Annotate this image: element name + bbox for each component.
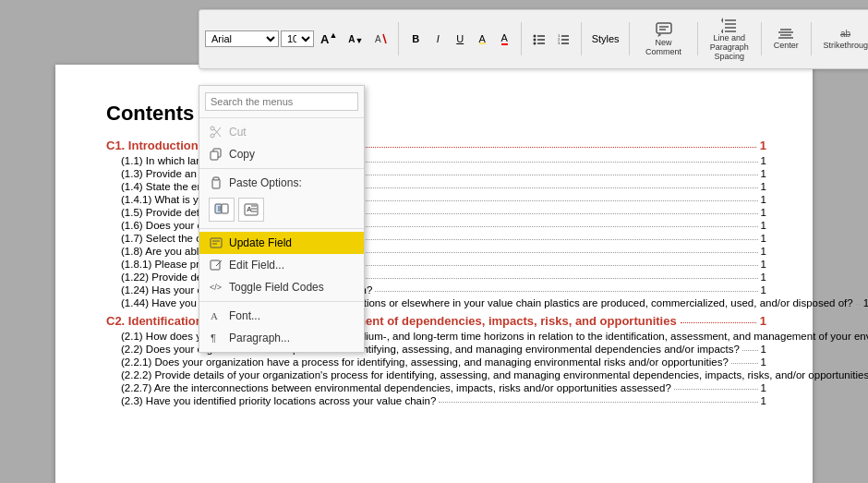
- paste-merge-format-button[interactable]: A: [238, 198, 264, 222]
- clear-format-button[interactable]: A: [369, 29, 392, 49]
- strikethrough-button[interactable]: ab Strikethrough: [817, 25, 868, 54]
- menu-divider: [199, 168, 364, 169]
- svg-marker-22: [721, 18, 723, 23]
- italic-button[interactable]: I: [428, 29, 448, 49]
- toc-page-num: 1: [761, 233, 766, 244]
- toc-page-num: 1: [761, 395, 766, 406]
- toc-item-text: (2.2.1) Does your organization have a pr…: [121, 356, 729, 368]
- toc-page-num: 1: [761, 382, 766, 393]
- paste-icons-row: A: [199, 194, 364, 225]
- toc-heading-c1-text: C1. Introduction: [106, 139, 199, 152]
- menu-divider: [199, 301, 364, 302]
- toc-heading-c1-page: 1: [760, 139, 766, 152]
- svg-rect-34: [211, 151, 218, 160]
- toc-page-num: 1: [761, 207, 766, 218]
- styles-button[interactable]: Styles: [588, 29, 623, 49]
- toc-dots: [742, 350, 758, 351]
- svg-text:A: A: [211, 310, 218, 321]
- text-format-section: B I U A A: [405, 29, 514, 49]
- paste-keep-source-button[interactable]: [209, 198, 235, 222]
- bullet-list-button[interactable]: [528, 29, 550, 49]
- new-comment-label: New Comment: [642, 39, 685, 57]
- toc-dots: [439, 402, 757, 403]
- toc-page-num: 1: [761, 194, 766, 205]
- divider4: [629, 22, 630, 55]
- line-spacing-button[interactable]: Line and Paragraph Spacing: [705, 14, 754, 65]
- svg-point-4: [534, 39, 536, 42]
- toc-page-num: 1: [761, 246, 766, 257]
- svg-text:A: A: [375, 34, 381, 44]
- new-comment-button[interactable]: New Comment: [636, 18, 691, 60]
- menu-item-font[interactable]: A Font...: [199, 305, 364, 327]
- svg-line-31: [214, 129, 221, 137]
- toc-page-num: 1: [761, 272, 766, 283]
- paste-options-header: Paste Options:: [199, 172, 364, 194]
- menu-item-cut[interactable]: Cut: [199, 121, 364, 143]
- toc-page-num: 1: [761, 168, 766, 179]
- bold-button[interactable]: B: [405, 29, 426, 49]
- menu-divider: [199, 117, 364, 118]
- paste-options-label: Paste Options:: [229, 176, 302, 189]
- divider3: [581, 22, 582, 55]
- document-area: Contents C1. Introduction 1 (1.1) In whi…: [0, 0, 868, 483]
- toc-item-text: (2.3) Have you identified priority locat…: [121, 395, 436, 406]
- context-menu: Cut Copy Paste Options:: [199, 85, 365, 353]
- center-button[interactable]: Center: [768, 25, 804, 54]
- underline-button[interactable]: U: [450, 29, 470, 49]
- font-icon: A: [209, 308, 223, 323]
- list-item: (2.2.7) Are the interconnections between…: [106, 382, 766, 393]
- menu-item-copy[interactable]: Copy: [199, 143, 364, 165]
- grow-font-button[interactable]: A▲: [316, 29, 342, 49]
- toc-heading-c2-dots: [681, 322, 756, 323]
- menu-item-edit-field[interactable]: Edit Field...: [199, 254, 364, 276]
- numbered-list-button[interactable]: 1. 2. 3.: [552, 29, 574, 49]
- menu-item-toggle-codes[interactable]: </> Toggle Field Codes: [199, 276, 364, 298]
- font-color-button[interactable]: A: [494, 29, 514, 49]
- toc-dots: [731, 363, 758, 364]
- svg-point-6: [534, 42, 536, 45]
- svg-line-51: [216, 260, 222, 266]
- list-section: 1. 2. 3.: [528, 29, 574, 49]
- font-section: Arial 10 A▲ A▼ A: [205, 29, 392, 49]
- toc-dots: [375, 291, 757, 292]
- svg-rect-36: [213, 177, 219, 180]
- font-family-select[interactable]: Arial: [205, 30, 279, 47]
- font-size-select[interactable]: 10: [281, 30, 314, 47]
- toc-item-text: (2.2.2) Provide details of your organiza…: [121, 369, 868, 380]
- toc-dots: [674, 389, 758, 390]
- svg-line-32: [214, 127, 221, 135]
- divider1: [398, 22, 399, 55]
- update-field-label: Update Field: [229, 236, 292, 249]
- svg-text:3.: 3.: [558, 41, 561, 45]
- svg-point-29: [211, 127, 214, 130]
- toc-page-num: 1: [761, 356, 766, 368]
- line-spacing-label: Line and Paragraph Spacing: [710, 34, 749, 62]
- copy-icon: [209, 147, 223, 162]
- svg-text:ab: ab: [840, 29, 851, 39]
- svg-rect-50: [211, 260, 220, 270]
- edit-field-icon: [209, 258, 223, 272]
- svg-point-30: [211, 134, 214, 138]
- shrink-font-button[interactable]: A▼: [344, 29, 368, 49]
- cut-label: Cut: [229, 126, 247, 139]
- highlight-button[interactable]: A: [472, 29, 492, 49]
- menu-item-paragraph[interactable]: ¶ Paragraph...: [199, 327, 364, 349]
- menu-search-input[interactable]: [205, 92, 358, 111]
- strikethrough-label: Strikethrough: [823, 42, 868, 51]
- toc-heading-c2-page: 1: [760, 314, 766, 328]
- toc-page-num: 1: [863, 297, 868, 308]
- toc-item-text: (2.2.7) Are the interconnections between…: [121, 382, 671, 393]
- toc-page-num: 1: [761, 259, 766, 270]
- center-label: Center: [774, 42, 799, 51]
- toggle-codes-icon: </>: [209, 280, 223, 295]
- font-label: Font...: [229, 309, 260, 322]
- divider7: [811, 22, 812, 55]
- formatting-toolbar: Arial 10 A▲ A▼ A B I U A A: [199, 9, 868, 69]
- menu-item-update-field[interactable]: Update Field: [199, 232, 364, 254]
- toc-page-num: 1: [761, 344, 766, 355]
- svg-rect-38: [222, 204, 228, 213]
- copy-label: Copy: [229, 148, 255, 161]
- toc-dots: [856, 304, 861, 305]
- paragraph-icon: ¶: [209, 331, 223, 345]
- svg-line-1: [383, 34, 386, 43]
